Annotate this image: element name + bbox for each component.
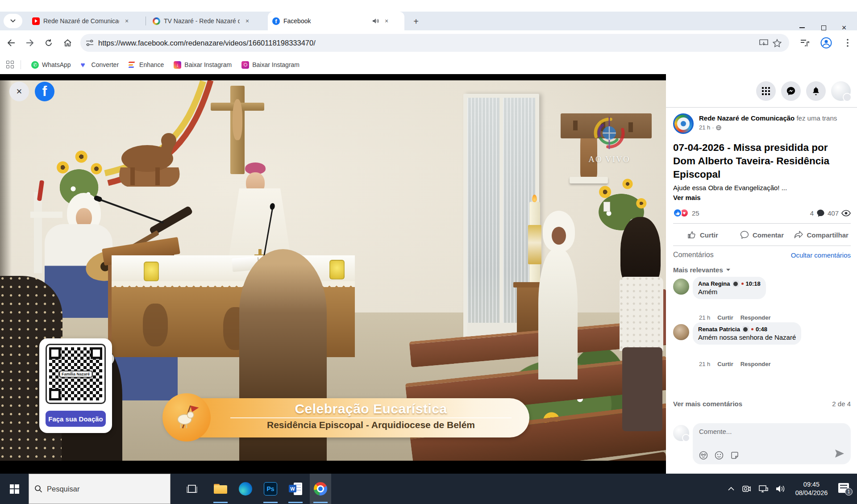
fan-badge-icon <box>732 280 739 287</box>
tab-search-button[interactable] <box>4 14 22 28</box>
comment-count-icon <box>816 209 825 217</box>
edge-button[interactable] <box>235 474 256 504</box>
comment-author[interactable]: Renata Patricia <box>698 326 740 333</box>
bookmark-star-button[interactable] <box>770 36 784 50</box>
bookmark-baixar-instagram-2[interactable]: Baixar Instagram <box>237 58 304 71</box>
virtual-camera-icon[interactable] <box>741 484 752 493</box>
comment-age: 21 h <box>699 361 710 367</box>
overlay-close-button[interactable]: × <box>9 82 29 101</box>
photoshop-icon: Ps <box>264 482 277 496</box>
like-reaction-icon[interactable] <box>673 208 682 217</box>
post-header-suffix: fez uma trans <box>795 114 837 122</box>
profile-button[interactable] <box>819 35 834 50</box>
apps-menu-button[interactable] <box>756 81 776 101</box>
windows-logo-icon <box>10 484 19 494</box>
commenter-avatar[interactable] <box>673 279 689 295</box>
notifications-button[interactable] <box>806 81 826 101</box>
url-text[interactable]: https://www.facebook.com/redenazare/vide… <box>98 39 757 47</box>
comment-video-timestamp[interactable]: 10:18 <box>746 280 761 287</box>
post-time[interactable]: 21 h · <box>699 124 721 131</box>
comment-text: Amém nossa senhora de Nazaré <box>698 333 796 341</box>
bookmark-whatsapp[interactable]: ✆ WhatsApp <box>26 58 76 71</box>
facebook-logo[interactable]: f <box>35 82 54 101</box>
tab-close-icon[interactable]: × <box>243 17 251 25</box>
comment-actions: 21 h Curtir Responder <box>699 314 771 321</box>
post-header[interactable]: Rede Nazaré de Comunicação fez uma trans <box>699 114 857 122</box>
tab-title: TV Nazaré - Rede Nazaré de Co <box>164 17 240 25</box>
avatar-sticker-icon[interactable] <box>699 451 708 460</box>
browser-menu-button[interactable] <box>840 35 855 50</box>
word-button[interactable]: W <box>285 474 306 504</box>
bookmark-enhance[interactable]: Enhance <box>124 58 169 71</box>
install-app-button[interactable] <box>757 36 770 50</box>
send-comment-button[interactable] <box>835 449 845 460</box>
start-button[interactable] <box>0 474 29 504</box>
whatsapp-icon: ✆ <box>31 61 39 69</box>
comment-age: 21 h <box>699 314 710 321</box>
comment-button[interactable]: Comentar <box>732 225 792 245</box>
see-more-comments-link[interactable]: Ver mais comentários <box>673 400 742 408</box>
comment-like-link[interactable]: Curtir <box>717 361 733 367</box>
tray-chevron-icon[interactable] <box>728 487 735 491</box>
bookmark-converter[interactable]: ♥ Converter <box>76 58 124 71</box>
hide-comments-link[interactable]: Ocultar comentários <box>791 251 851 259</box>
comment-reply-link[interactable]: Responder <box>741 361 771 367</box>
bookmark-baixar-instagram-1[interactable]: ↓ Baixar Instagram <box>169 58 237 71</box>
page-avatar[interactable] <box>673 113 694 134</box>
tab-title: Facebook <box>283 17 368 25</box>
site-settings-icon[interactable] <box>86 39 94 46</box>
comment-like-link[interactable]: Curtir <box>717 314 733 321</box>
task-view-button[interactable] <box>181 474 203 504</box>
account-avatar[interactable] <box>831 81 851 101</box>
new-tab-button[interactable]: + <box>410 15 422 28</box>
forward-button[interactable] <box>22 35 37 50</box>
commenter-avatar[interactable] <box>673 324 689 340</box>
volume-icon[interactable] <box>775 484 786 493</box>
comment-input[interactable] <box>699 428 845 435</box>
like-button[interactable]: Curtir <box>673 225 732 245</box>
share-icon <box>794 231 803 239</box>
sort-comments-dropdown[interactable]: Mais relevantes <box>673 266 851 274</box>
page-name[interactable]: Rede Nazaré de Comunicação <box>699 114 795 122</box>
globe-icon <box>716 125 721 130</box>
messenger-button[interactable] <box>781 81 801 101</box>
media-controls-button[interactable] <box>797 35 812 50</box>
comment-count[interactable]: 4 <box>810 209 814 217</box>
network-icon[interactable] <box>758 484 769 493</box>
sticker-icon[interactable] <box>730 451 739 460</box>
tab-close-icon[interactable]: × <box>383 17 391 25</box>
views-eye-icon <box>841 210 851 217</box>
donate-button[interactable]: Faça sua Doação <box>46 411 106 427</box>
tab-tv-nazare[interactable]: TV Nazaré - Rede Nazaré de Co × <box>148 12 262 30</box>
action-center-button[interactable]: 1 <box>837 482 853 496</box>
comment-text: Amém <box>698 288 761 296</box>
tab-close-icon[interactable]: × <box>123 17 131 25</box>
home-button[interactable] <box>60 35 75 50</box>
comment-composer <box>673 423 851 464</box>
tv-nazare-icon <box>153 17 160 25</box>
photoshop-button[interactable]: Ps <box>260 474 281 504</box>
tab-audio-icon[interactable] <box>372 18 379 24</box>
comment-reply-link[interactable]: Responder <box>741 314 771 321</box>
forward-icon <box>26 39 34 46</box>
composer-box[interactable] <box>693 423 851 464</box>
back-button[interactable] <box>4 35 19 50</box>
search-input[interactable] <box>47 485 150 493</box>
reload-button[interactable] <box>41 35 56 50</box>
comment-video-timestamp[interactable]: 0:48 <box>756 326 767 333</box>
video-player[interactable]: × f AO VIVO Família Nazar <box>0 74 666 474</box>
view-count[interactable]: 407 <box>828 209 839 217</box>
emoji-icon[interactable] <box>715 451 724 460</box>
omnibox[interactable]: https://www.facebook.com/redenazare/vide… <box>80 34 789 52</box>
taskbar-clock[interactable]: 09:45 08/04/2026 <box>792 480 831 497</box>
comment-author[interactable]: Ana Regina <box>698 280 730 287</box>
apps-grid-icon[interactable] <box>6 61 14 69</box>
file-explorer-button[interactable] <box>210 474 231 504</box>
taskbar-search[interactable] <box>29 474 171 504</box>
chrome-button[interactable] <box>310 474 331 504</box>
reaction-count[interactable]: 25 <box>692 209 699 217</box>
see-more-link[interactable]: Ver mais <box>673 194 851 201</box>
tab-youtube[interactable]: Rede Nazaré de Comunicação - × <box>28 12 142 30</box>
tab-facebook[interactable]: f Facebook × <box>268 12 404 30</box>
share-button[interactable]: Compartilhar <box>791 225 851 245</box>
